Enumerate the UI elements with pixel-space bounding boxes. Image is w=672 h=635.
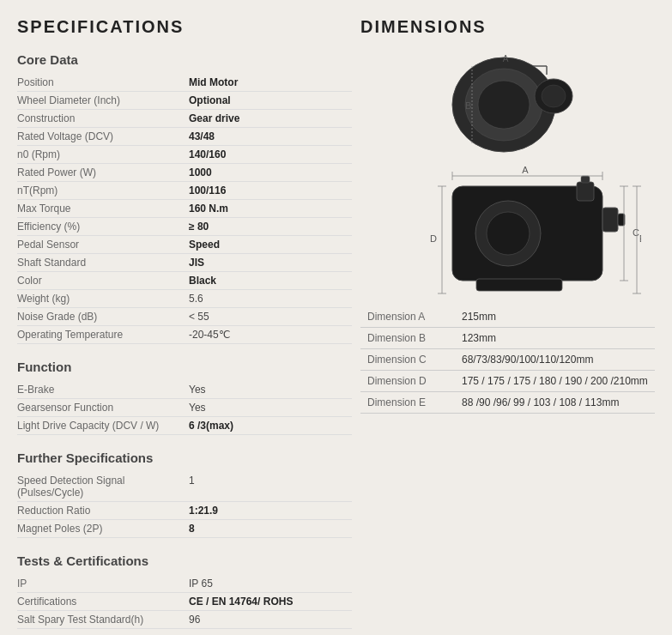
table-row: E-BrakeYes	[17, 381, 352, 399]
spec-value: IP 65	[180, 578, 352, 590]
spec-value: CE / EN 14764/ ROHS	[180, 596, 352, 608]
dim-label: Dimension B	[360, 328, 455, 349]
table-row: Salt Spary Test Standard(h)96	[17, 611, 352, 629]
table-row: Rated Power (W)1000	[17, 164, 352, 182]
dim-value: 215mm	[455, 306, 655, 328]
dimensions-column: DIMENSIONS B A	[360, 17, 655, 629]
table-row: ColorBlack	[17, 272, 352, 290]
spec-value: Yes	[180, 402, 352, 414]
table-row: Magnet Poles (2P)8	[17, 520, 352, 538]
spec-label: Magnet Poles (2P)	[17, 523, 180, 535]
spec-value: Yes	[180, 384, 352, 396]
spec-value: 1	[180, 475, 352, 499]
list-item: Dimension C68/73/83/90/100/110/120mm	[360, 349, 655, 371]
list-item: Dimension A215mm	[360, 306, 655, 328]
motor-diagram: B A	[375, 49, 641, 298]
spec-label: Certifications	[17, 596, 180, 608]
spec-label: Gearsensor Function	[17, 402, 180, 414]
dimensions-table: Dimension A215mmDimension B123mmDimensio…	[360, 306, 655, 414]
spec-label: Construction	[17, 112, 180, 124]
table-row: ConstructionGear drive	[17, 110, 352, 128]
spec-value: < 55	[180, 311, 352, 323]
spec-value: 43/48	[180, 130, 352, 142]
list-item: Dimension D175 / 175 / 175 / 180 / 190 /…	[360, 371, 655, 392]
table-row: Pedal SensorSpeed	[17, 236, 352, 254]
specs-title: SPECIFICATIONS	[17, 17, 352, 37]
spec-label: Rated Power (W)	[17, 166, 180, 178]
table-row: Efficiency (%)≥ 80	[17, 218, 352, 236]
spec-label: Operating Temperature	[17, 329, 180, 341]
spec-label: Position	[17, 76, 180, 88]
spec-label: IP	[17, 578, 180, 590]
spec-label: Speed Detection Signal (Pulses/Cycle)	[17, 475, 180, 499]
spec-label: nT(Rpm)	[17, 184, 180, 197]
spec-value: Optional	[180, 94, 352, 106]
tests-title: Tests & Certifications	[17, 553, 352, 568]
table-row: Operating Temperature-20-45℃	[17, 326, 352, 344]
svg-rect-18	[476, 279, 562, 291]
dim-value: 88 /90 /96/ 99 / 103 / 108 / 113mm	[455, 392, 655, 414]
svg-text:A: A	[502, 54, 508, 64]
spec-value: 100/116	[180, 184, 352, 197]
spec-value: 1000	[180, 166, 352, 178]
spec-label: Salt Spary Test Standard(h)	[17, 614, 180, 626]
core-data-title: Core Data	[17, 52, 352, 67]
table-row: PositionMid Motor	[17, 74, 352, 92]
svg-text:E: E	[639, 234, 641, 244]
table-row: Max Torque160 N.m	[17, 200, 352, 218]
table-row: Gearsensor FunctionYes	[17, 399, 352, 417]
spec-label: Noise Grade (dB)	[17, 311, 180, 323]
spec-value: 96	[180, 614, 352, 626]
dim-label: Dimension A	[360, 306, 455, 328]
dimensions-title: DIMENSIONS	[360, 17, 655, 37]
spec-value: 8	[180, 523, 352, 535]
further-specs-title: Further Specifications	[17, 451, 352, 465]
spec-label: Efficiency (%)	[17, 221, 180, 233]
svg-point-15	[487, 212, 530, 255]
table-row: Light Drive Capacity (DCV / W)6 /3(max)	[17, 417, 352, 435]
dim-value: 123mm	[455, 328, 655, 349]
spec-label: Max Torque	[17, 203, 180, 215]
specs-column: SPECIFICATIONS Core Data PositionMid Mot…	[17, 17, 352, 629]
table-row: nT(Rpm)100/116	[17, 182, 352, 200]
table-row: IPIP 65	[17, 575, 352, 593]
table-row: Rated Voltage (DCV)43/48	[17, 128, 352, 146]
spec-label: Shaft Standard	[17, 257, 180, 269]
spec-value: 6 /3(max)	[180, 420, 352, 432]
svg-text:A: A	[522, 165, 529, 175]
svg-text:B: B	[465, 100, 471, 111]
spec-label: Color	[17, 275, 180, 287]
spec-value: -20-45℃	[180, 329, 352, 341]
spec-value: Speed	[180, 239, 352, 251]
function-rows: E-BrakeYesGearsensor FunctionYesLight Dr…	[17, 381, 352, 435]
dim-value: 175 / 175 / 175 / 180 / 190 / 200 /210mm	[455, 371, 655, 392]
spec-label: Rated Voltage (DCV)	[17, 130, 180, 142]
spec-value: Gear drive	[180, 112, 352, 124]
svg-point-5	[478, 81, 530, 129]
spec-label: n0 (Rpm)	[17, 148, 180, 160]
table-row: Weight (kg)5.6	[17, 290, 352, 308]
core-data-rows: PositionMid MotorWheel Diameter (Inch)Op…	[17, 74, 352, 344]
spec-value: 5.6	[180, 293, 352, 305]
svg-text:D: D	[430, 233, 437, 244]
spec-value: 140/160	[180, 148, 352, 160]
tests-rows: IPIP 65CertificationsCE / EN 14764/ ROHS…	[17, 575, 352, 629]
spec-label: Reduction Ratio	[17, 505, 180, 517]
list-item: Dimension B123mm	[360, 328, 655, 349]
table-row: Speed Detection Signal (Pulses/Cycle)1	[17, 472, 352, 502]
table-row: CertificationsCE / EN 14764/ ROHS	[17, 593, 352, 611]
table-row: Noise Grade (dB)< 55	[17, 308, 352, 326]
function-title: Function	[17, 360, 352, 374]
list-item: Dimension E88 /90 /96/ 99 / 103 / 108 / …	[360, 392, 655, 414]
spec-label: E-Brake	[17, 384, 180, 396]
svg-rect-17	[581, 176, 590, 183]
further-rows: Speed Detection Signal (Pulses/Cycle)1Re…	[17, 472, 352, 538]
spec-label: Pedal Sensor	[17, 239, 180, 251]
table-row: Shaft StandardJIS	[17, 254, 352, 272]
dim-label: Dimension C	[360, 349, 455, 371]
dim-label: Dimension D	[360, 371, 455, 392]
spec-value: JIS	[180, 257, 352, 269]
svg-point-7	[542, 85, 566, 107]
table-row: Wheel Diameter (Inch)Optional	[17, 92, 352, 110]
spec-label: Wheel Diameter (Inch)	[17, 94, 180, 106]
